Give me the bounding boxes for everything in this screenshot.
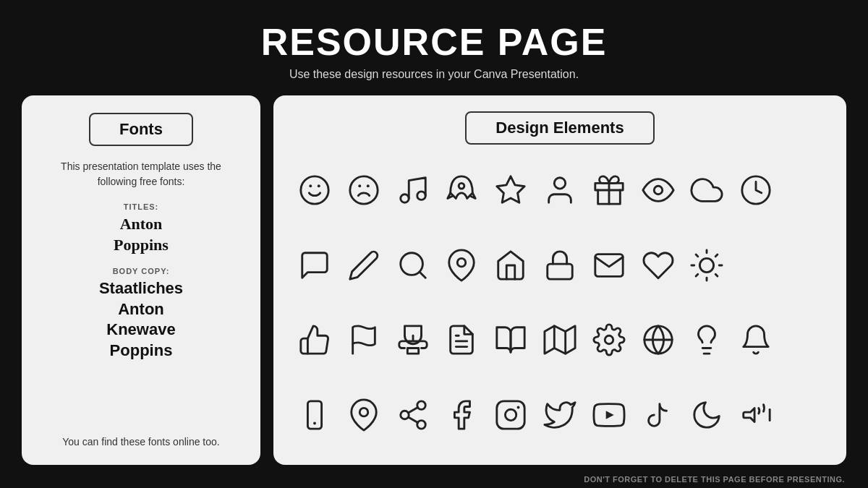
svg-marker-33 [545,326,575,354]
twitter-icon [539,398,581,432]
pin-icon [441,249,482,282]
search-icon [392,249,434,282]
body-label: BODY COPY: [42,267,240,275]
page-subtitle: Use these design resources in your Canva… [261,68,608,81]
svg-point-8 [459,183,465,189]
design-panel: Design Elements [273,95,846,465]
sun-icon [686,249,728,282]
fonts-footer: You can find these fonts online too. [62,436,219,448]
heart-icon [637,249,679,282]
eye-icon [637,174,679,207]
svg-point-17 [458,258,467,267]
mail-icon [588,249,630,282]
svg-point-7 [417,192,425,200]
pencil-icon [343,249,385,282]
phone-icon [294,398,336,432]
rocket-icon [441,174,482,207]
design-panel-title: Design Elements [465,111,654,145]
star-icon [490,174,532,207]
svg-rect-49 [497,401,524,429]
main-content: Fonts This presentation template uses th… [0,88,868,472]
bell-icon [735,323,777,356]
svg-marker-51 [606,411,614,419]
svg-point-10 [554,178,565,189]
titles-font-names: AntonPoppins [42,214,240,255]
settings-icon [588,323,630,356]
fonts-panel: Fonts This presentation template uses th… [22,95,260,465]
svg-rect-29 [407,348,418,354]
svg-point-36 [605,336,613,345]
svg-point-45 [400,411,409,419]
music-icon [392,174,434,207]
sad-icon [343,174,385,207]
location-icon [343,398,385,432]
chat-icon [294,249,336,282]
svg-line-27 [716,254,718,257]
svg-line-48 [408,408,417,414]
trophy-icon [392,323,434,356]
svg-point-44 [417,401,425,410]
share-icon [392,398,434,432]
bulb-icon [686,323,728,356]
svg-rect-41 [307,401,321,429]
clock-icon [735,174,777,207]
cloud-icon [686,174,728,207]
page-title: RESOURCE PAGE [261,20,608,64]
tiktok-icon [637,398,679,432]
svg-line-26 [697,274,699,276]
svg-rect-18 [548,264,573,279]
svg-line-47 [408,417,417,423]
fonts-panel-title: Fonts [89,113,193,146]
person-icon [539,174,581,207]
flag-icon [343,323,385,356]
map-icon [539,323,581,356]
svg-line-16 [419,272,425,278]
globe-icon [637,323,679,356]
svg-point-43 [359,408,368,417]
svg-marker-9 [497,176,524,202]
svg-line-22 [697,254,699,257]
footer-note: DON'T FORGET TO DELETE THIS PAGE BEFORE … [0,472,868,488]
thumbsup-icon [294,323,336,356]
svg-line-23 [716,274,718,276]
smiley-icon [294,174,336,207]
youtube-icon [588,398,630,432]
svg-point-3 [350,176,378,204]
megaphone-icon [735,398,777,432]
gift-icon [588,174,630,207]
home-icon [490,249,532,282]
svg-point-46 [417,421,425,429]
svg-point-19 [700,258,714,272]
lock-icon [539,249,581,282]
facebook-icon [441,398,482,432]
fonts-description: This presentation template uses the foll… [42,159,240,189]
instagram-icon [490,398,532,432]
page-header: RESOURCE PAGE Use these design resources… [261,0,608,88]
document-icon [441,323,482,356]
moon-icon [686,398,728,432]
icons-grid [294,156,826,449]
body-font-section: BODY COPY: StaatlichesAntonKnewavePoppin… [42,267,240,361]
titles-label: TITLES: [42,202,240,211]
book-icon [490,323,532,356]
titles-font-section: TITLES: AntonPoppins [42,202,240,255]
svg-point-0 [301,176,328,204]
body-font-names: StaatlichesAntonKnewavePoppins [42,278,240,361]
svg-point-6 [400,194,409,203]
svg-point-13 [654,186,663,194]
